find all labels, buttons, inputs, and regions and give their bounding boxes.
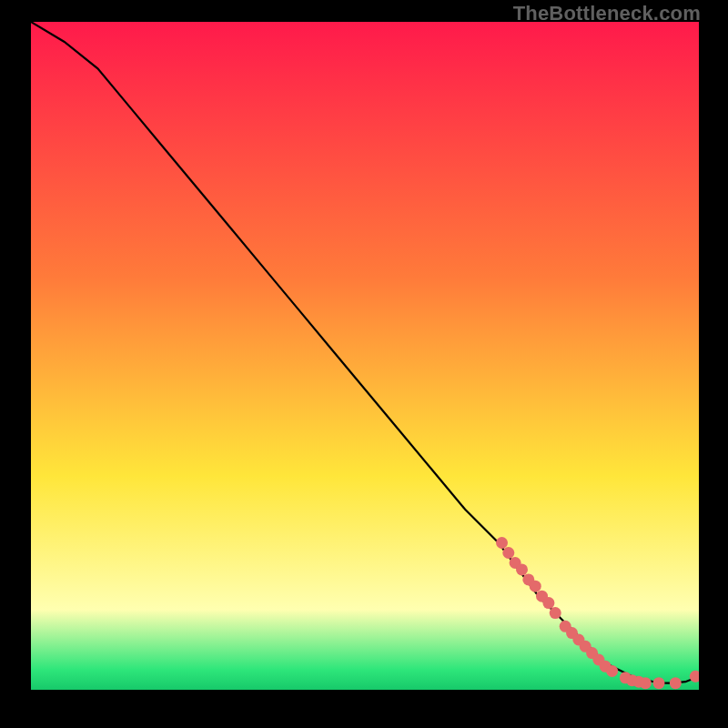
data-point (670, 677, 682, 689)
data-point (550, 607, 561, 619)
data-point (516, 563, 528, 575)
data-point (653, 677, 665, 689)
data-point (606, 665, 618, 677)
data-point (496, 537, 508, 549)
data-point (542, 597, 554, 609)
data-point (502, 547, 514, 559)
gradient-background (31, 22, 699, 690)
bottleneck-plot (31, 22, 699, 690)
data-point (530, 581, 541, 592)
chart-frame: TheBottleneck.com (0, 0, 728, 728)
data-point (640, 677, 652, 689)
